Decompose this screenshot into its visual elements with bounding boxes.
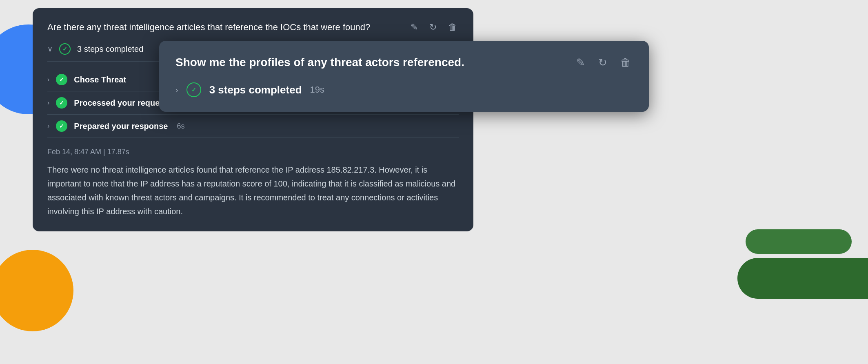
step-chevron-icon[interactable]: › — [47, 122, 49, 130]
steps-summary-label: 3 steps completed — [77, 44, 143, 54]
bg-pill-green-small — [746, 229, 852, 254]
overlay-chevron-right-icon[interactable]: › — [175, 85, 178, 95]
main-delete-button[interactable]: 🗑 — [446, 21, 459, 33]
step-item-prepared[interactable]: › Prepared your response 6s — [47, 115, 459, 138]
step-chevron-icon[interactable]: › — [47, 76, 49, 83]
edit-icon: ✎ — [411, 22, 418, 32]
response-text: There were no threat intelligence articl… — [47, 163, 459, 218]
step-label: Processed your request — [74, 98, 167, 108]
steps-summary-check-icon — [59, 43, 71, 55]
refresh-icon: ↻ — [429, 22, 437, 32]
overlay-question-text: Show me the profiles of any threat actor… — [175, 56, 575, 69]
main-question-text: Are there any threat intelligence articl… — [47, 22, 409, 33]
edit-icon: ✎ — [576, 56, 585, 69]
question-row: Are there any threat intelligence articl… — [47, 21, 459, 33]
card-overlay: Show me the profiles of any threat actor… — [159, 41, 649, 112]
main-edit-button[interactable]: ✎ — [409, 21, 420, 33]
bg-pill-green — [737, 258, 868, 299]
overlay-steps-row[interactable]: › 3 steps completed 19s — [175, 82, 633, 97]
main-action-icons: ✎ ↻ 🗑 — [409, 21, 459, 33]
delete-icon: 🗑 — [448, 22, 457, 32]
step-check-icon — [56, 120, 67, 132]
timestamp: Feb 14, 8:47 AM | 17.87s — [47, 148, 459, 156]
overlay-steps-check-icon — [186, 82, 201, 97]
step-time: 6s — [177, 122, 184, 131]
overlay-question-row: Show me the profiles of any threat actor… — [175, 55, 633, 69]
delete-icon: 🗑 — [620, 56, 631, 69]
step-label: Prepared your response — [74, 122, 168, 131]
overlay-refresh-button[interactable]: ↻ — [597, 55, 609, 69]
main-container: Are there any threat intelligence articl… — [33, 8, 473, 231]
overlay-edit-button[interactable]: ✎ — [575, 55, 587, 69]
overlay-action-icons: ✎ ↻ 🗑 — [575, 55, 633, 69]
step-check-icon — [56, 74, 67, 85]
overlay-steps-label: 3 steps completed — [209, 84, 302, 96]
step-label: Chose Threat — [74, 75, 126, 84]
bg-circle-yellow — [0, 250, 73, 331]
collapse-chevron-icon[interactable]: ∨ — [47, 44, 53, 53]
overlay-delete-button[interactable]: 🗑 — [619, 55, 633, 69]
step-check-icon — [56, 97, 67, 109]
overlay-steps-time: 19s — [310, 84, 324, 95]
refresh-icon: ↻ — [598, 56, 607, 69]
main-refresh-button[interactable]: ↻ — [428, 21, 438, 33]
step-chevron-icon[interactable]: › — [47, 99, 49, 107]
